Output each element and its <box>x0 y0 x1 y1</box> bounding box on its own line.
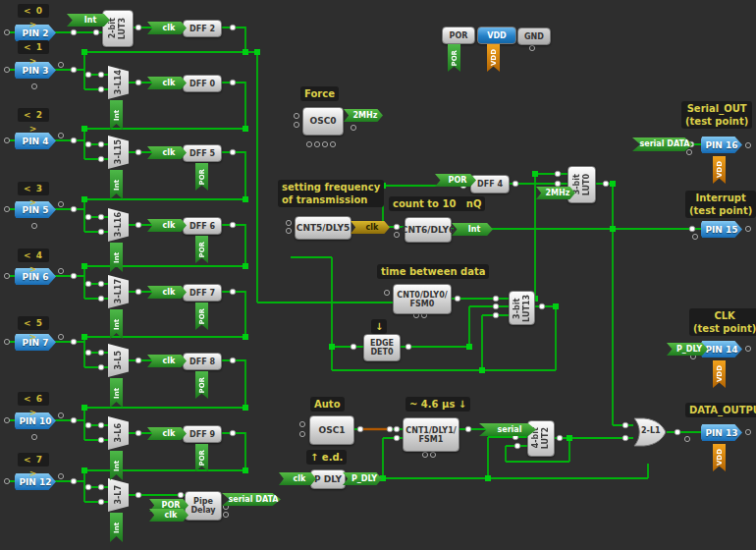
dff-5[interactable]: DFF 5 <box>183 144 222 162</box>
mux-3l17[interactable]: 3-L17 <box>108 275 129 308</box>
lut13-3bit[interactable]: 3-bitLUT13 <box>509 291 535 325</box>
lut2-4bit[interactable]: 4-bitLUT2 <box>527 420 555 457</box>
osc1-block[interactable]: OSC1 <box>309 415 354 445</box>
dff-2[interactable]: DFF 2 <box>183 20 222 37</box>
clk-tag[interactable]: clk <box>147 22 187 34</box>
cnt6-dly6-block[interactable]: CNT6/DLY6 <box>405 217 452 243</box>
dff-9[interactable]: DFF 9 <box>183 425 222 443</box>
down-arrow-annotation[interactable]: ↓ <box>371 319 387 334</box>
pin-index-label-4: < 4 > <box>18 248 49 262</box>
cnt1-dly1-fsm1-block[interactable]: CNT1/DLY1/FSM1 <box>403 417 459 452</box>
por-tag[interactable]: POR <box>435 174 476 187</box>
pipe-delay-block[interactable]: PipeDelay <box>185 491 222 521</box>
int-tag[interactable]: Int <box>452 223 493 236</box>
mux-3l5[interactable]: 3-L5 <box>108 344 129 377</box>
mux-3l16[interactable]: 3-L16 <box>108 208 129 242</box>
pin-index-label-0: < 0 > <box>18 4 49 18</box>
clk-tag[interactable]: clk <box>147 146 187 159</box>
freq-annotation[interactable]: setting frequencyof transmission <box>278 180 384 207</box>
mux-3l14[interactable]: 3-L14 <box>108 66 129 99</box>
pin-index-label-5: < 5 > <box>18 316 49 330</box>
pin-index-label-1: < 1 > <box>18 40 49 54</box>
gnd-block[interactable]: GND <box>517 28 551 45</box>
pin-13[interactable]: PIN 13 <box>701 424 742 441</box>
p-dly-tag[interactable]: P_DLY <box>343 472 382 485</box>
dff-7[interactable]: DFF 7 <box>183 284 222 302</box>
por-block[interactable]: POR <box>442 27 475 44</box>
or-gate-2l1[interactable]: 2-L1 <box>633 417 667 447</box>
count-annotation[interactable]: count to 10 nQ <box>389 196 485 211</box>
p-dly-tag[interactable]: P_DLY <box>667 343 708 356</box>
edge-det0-block[interactable]: EDGEDET0 <box>363 334 401 361</box>
serial-out-annotation[interactable]: Serial_OUT(test point) <box>681 101 752 129</box>
vdd-block[interactable]: VDD <box>477 27 516 44</box>
us-annotation[interactable]: ~ 4.6 µs ↓ <box>405 397 470 412</box>
osc0-block[interactable]: OSC0 <box>302 107 344 136</box>
clk-tag[interactable]: clk <box>147 77 187 89</box>
interrupt-annotation[interactable]: Interrupt(test point) <box>685 191 756 218</box>
pin-15[interactable]: PIN 15 <box>701 221 742 238</box>
cnt5-dly5-block[interactable]: CNT5/DLY5 <box>295 216 351 240</box>
clk-tp-annotation[interactable]: CLK(test point) <box>689 308 756 336</box>
clk-tag[interactable]: clk <box>147 286 187 299</box>
pin-index-label-3: < 3 > <box>18 182 49 195</box>
mux-3l7[interactable]: 3-L7 <box>108 478 129 512</box>
serial-data-tag[interactable]: serial DATA <box>222 493 281 506</box>
clk-tag[interactable]: clk <box>147 219 187 232</box>
serial-data-tag[interactable]: serial DATA <box>479 423 536 436</box>
auto-annotation[interactable]: Auto <box>310 397 345 412</box>
pin-index-label-2: < 2 > <box>18 108 49 122</box>
cnt0-dly0-fsm0-block[interactable]: CNT0/DLY0/FSM0 <box>393 284 452 314</box>
force-annotation[interactable]: Force <box>300 86 339 101</box>
clk-tag[interactable]: clk <box>147 427 187 440</box>
pin-index-label-7: < 7 > <box>18 453 49 467</box>
clk-tag[interactable]: clk <box>279 472 316 485</box>
clk-tag[interactable]: clk <box>149 509 189 522</box>
dff-6[interactable]: DFF 6 <box>183 217 222 235</box>
dff-8[interactable]: DFF 8 <box>183 353 222 370</box>
schematic-canvas: < 0 > < 1 > < 2 > < 3 > < 4 > < 5 > < 6 … <box>0 0 756 550</box>
time-annotation[interactable]: time between data <box>377 264 489 279</box>
serial-data-tag[interactable]: serial DATA <box>632 138 693 151</box>
pin-index-label-6: < 6 > <box>18 392 49 406</box>
ed-annotation[interactable]: ↑ e.d. <box>306 450 347 465</box>
lut3-2bit[interactable]: 2-bitLUT3 <box>102 10 134 47</box>
data-output-annotation[interactable]: DATA_OUTPUT <box>685 403 756 417</box>
pin-16[interactable]: PIN 16 <box>701 137 742 153</box>
dff-0[interactable]: DFF 0 <box>183 75 222 92</box>
clk-tag-gold[interactable]: clk <box>351 221 390 234</box>
mux-3l6[interactable]: 3-L6 <box>108 416 129 450</box>
int-tag[interactable]: Int <box>67 14 110 27</box>
dff-4[interactable]: DFF 4 <box>470 175 510 193</box>
2mhz-tag[interactable]: 2MHz <box>344 109 383 122</box>
mux-3l15[interactable]: 3-L15 <box>108 136 129 169</box>
lut0-3bit[interactable]: 3-bitLUT0 <box>567 166 596 203</box>
clk-tag[interactable]: clk <box>147 355 187 367</box>
2mhz-tag[interactable]: 2MHz <box>536 187 575 199</box>
